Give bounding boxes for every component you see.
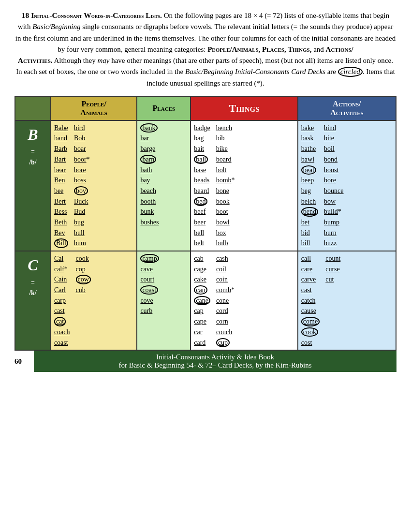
word-bank-circle: bank	[140, 123, 187, 133]
word-calf: calf*	[54, 264, 70, 275]
word-bask: bask	[301, 133, 318, 144]
places-cell-c: camp cave court coast cove curb	[137, 251, 191, 350]
places-col-b: bank bar barge barn bath bay beach booth…	[140, 123, 187, 228]
word-cave: cave	[140, 264, 187, 275]
table-row-b: B = /b/ Babe band Barb Bart bear Ben bee…	[15, 120, 396, 251]
th-actions-label: Actions/Activities	[330, 100, 363, 117]
word-bid: bid	[301, 228, 318, 238]
people-col2-b: bird Bob boar boor* bore boss boy Buck B…	[74, 123, 90, 249]
actions-cell-c: call care carve cast catch cause come co…	[298, 251, 396, 350]
word-cast-a: cast	[301, 285, 320, 296]
word-bind: bind	[324, 123, 343, 133]
word-bird: bird	[74, 123, 90, 133]
word-bore-a: bore	[324, 175, 343, 186]
word-coast-circle: coast	[140, 285, 187, 296]
word-cane-circle: cane	[194, 296, 210, 306]
people-col1-c: Cal calf* Cain Carl carp cast cat coach …	[54, 253, 70, 348]
letter-cell-c: C = /k/	[15, 251, 51, 350]
word-beads: beads	[194, 175, 210, 186]
things-cell-c: cab cage cake can cane cap cape car card…	[191, 251, 298, 350]
word-bull: bull	[74, 228, 90, 238]
word-cake: cake	[194, 274, 210, 285]
word-bunk: bunk	[140, 207, 187, 217]
word-bawl: bawl	[301, 154, 318, 165]
word-bert: Bert	[54, 196, 68, 207]
word-cook-p: cook	[76, 253, 91, 264]
word-care: care	[301, 264, 320, 275]
word-can-circle: can	[194, 285, 210, 296]
things-cols-b: badge bag bait ball base beads beard bed…	[194, 123, 294, 249]
people-cell-c: Cal calf* Cain Carl carp cast cat coach …	[51, 251, 137, 350]
word-base: base	[194, 165, 210, 176]
footer-title: Initial-Consonants Activity & Idea Book	[38, 353, 393, 361]
word-bill-a: bill	[301, 238, 318, 249]
page-number: 60	[15, 357, 34, 366]
letter-c: C	[18, 253, 47, 278]
word-bomb: bomb*	[216, 175, 235, 186]
word-barn-circle: barn	[140, 154, 187, 165]
people-cols-c: Cal calf* Cain Carl carp cast cat coach …	[54, 253, 134, 348]
word-carp: carp	[54, 296, 70, 306]
letter-b: B	[18, 123, 47, 147]
word-cord: cord	[216, 306, 235, 316]
word-boss: boss	[74, 175, 90, 186]
word-bug: bug	[74, 217, 90, 228]
word-coach-p: coach	[54, 327, 70, 338]
word-couch: couch	[216, 327, 235, 338]
word-bell: bell	[194, 228, 210, 238]
places-cell-b: bank bar barge barn bath bay beach booth…	[137, 120, 191, 251]
word-bow: bow	[324, 196, 343, 207]
word-comb: comb*	[216, 285, 235, 296]
word-bev: Bev	[54, 228, 68, 238]
word-bill-circle: Bill	[54, 238, 68, 249]
word-car: car	[194, 327, 210, 338]
th-actions: Actions/Activities	[298, 96, 396, 120]
word-cab: cab	[194, 253, 210, 264]
word-beat-circle: beat	[301, 165, 318, 176]
things-col2-b: bench bib bike board bolt bomb* bone boo…	[216, 123, 235, 249]
footer-wrapper: 60 Initial-Consonants Activity & Idea Bo…	[15, 351, 396, 372]
word-bake: bake	[301, 123, 318, 133]
word-badge: badge	[194, 123, 210, 133]
word-beach: beach	[140, 186, 187, 196]
word-cost: cost	[301, 338, 320, 348]
footer-bar: Initial-Consonants Activity & Idea Book …	[34, 351, 396, 372]
intro-paragraph: 18 Initial-Consonant Words-in-Categories…	[15, 10, 396, 89]
word-bulb: bulb	[216, 238, 235, 249]
word-board: board	[216, 154, 235, 165]
word-bee: bee	[54, 186, 68, 196]
word-corn: corn	[216, 316, 235, 327]
word-bore-p: bore	[74, 165, 90, 176]
word-bear: bear	[54, 165, 68, 176]
word-cow-circle: cow	[76, 274, 91, 285]
th-things: Things	[191, 96, 298, 120]
word-bart: Bart	[54, 154, 68, 165]
word-bolt: bolt	[216, 165, 235, 176]
th-places: Places	[137, 96, 191, 120]
table-row-c: C = /k/ Cal calf* Cain Carl carp cast ca…	[15, 251, 396, 350]
word-build: build*	[324, 207, 343, 217]
word-cage: cage	[194, 264, 210, 275]
main-table: People/Animals Places Things Actions/Act…	[15, 96, 396, 351]
th-places-label: Places	[153, 104, 175, 112]
word-bess: Bess	[54, 207, 68, 217]
actions-cols-b: bake bask bathe bawl beat beep beg belch…	[301, 123, 393, 249]
word-bike: bike	[216, 144, 235, 154]
word-beg: beg	[301, 186, 318, 196]
word-book: book	[216, 196, 235, 207]
word-beard: beard	[194, 186, 210, 196]
word-barb: Barb	[54, 144, 68, 154]
letter-cell-b: B = /b/	[15, 120, 51, 251]
actions-cell-b: bake bask bathe bawl beat beep beg belch…	[298, 120, 396, 251]
word-bet: bet	[301, 217, 318, 228]
word-cub: cub	[76, 285, 91, 296]
word-beef: beef	[194, 207, 210, 217]
word-court: court	[140, 274, 187, 285]
word-boil: boil	[324, 144, 343, 154]
word-bath: bath	[140, 165, 187, 176]
word-bump: bump	[324, 217, 343, 228]
actions-col2-b: bind bite boil bond boost bore bounce bo…	[324, 123, 343, 249]
word-belch: belch	[301, 196, 318, 207]
word-box: box	[216, 228, 235, 238]
word-bib: bib	[216, 133, 235, 144]
